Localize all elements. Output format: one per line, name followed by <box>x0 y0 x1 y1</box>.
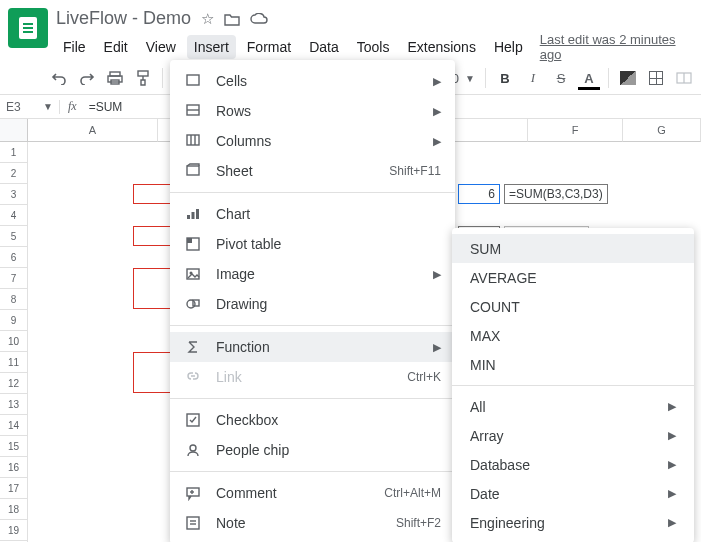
row-header[interactable]: 16 <box>0 457 28 478</box>
move-folder-icon[interactable] <box>224 12 240 26</box>
func-category-array[interactable]: Array▶ <box>452 421 694 450</box>
row-header[interactable]: 3 <box>0 184 28 205</box>
row-header[interactable]: 8 <box>0 289 28 310</box>
row-header[interactable]: 14 <box>0 415 28 436</box>
insert-rows[interactable]: Rows ▶ <box>170 96 455 126</box>
insert-chart[interactable]: Chart <box>170 199 455 229</box>
svg-rect-9 <box>187 135 199 145</box>
star-icon[interactable]: ☆ <box>201 10 214 28</box>
menu-file[interactable]: File <box>56 35 93 59</box>
insert-menu: Cells ▶ Rows ▶ Columns ▶ Sheet Shift+F11… <box>170 60 455 542</box>
svg-rect-13 <box>187 215 190 219</box>
insert-link: Link Ctrl+K <box>170 362 455 392</box>
row-header[interactable]: 10 <box>0 331 28 352</box>
insert-comment[interactable]: Comment Ctrl+Alt+M <box>170 478 455 508</box>
row-header[interactable]: 5 <box>0 226 28 247</box>
svg-rect-3 <box>138 71 148 76</box>
row-header[interactable]: 4 <box>0 205 28 226</box>
func-category-date[interactable]: Date▶ <box>452 479 694 508</box>
active-cell-e3[interactable]: 6 <box>458 184 500 204</box>
submenu-arrow-icon: ▶ <box>433 135 441 148</box>
chart-icon <box>184 206 202 222</box>
red-outline-4 <box>133 352 171 393</box>
insert-drawing[interactable]: Drawing <box>170 289 455 319</box>
menu-extensions[interactable]: Extensions <box>400 35 482 59</box>
sheets-app-icon[interactable] <box>8 8 48 48</box>
function-count[interactable]: COUNT <box>452 292 694 321</box>
menu-format[interactable]: Format <box>240 35 298 59</box>
row-header[interactable]: 13 <box>0 394 28 415</box>
rows-icon <box>184 103 202 119</box>
category-label: Database <box>470 457 530 473</box>
row-header[interactable]: 19 <box>0 520 28 541</box>
row-header[interactable]: 7 <box>0 268 28 289</box>
insert-columns[interactable]: Columns ▶ <box>170 126 455 156</box>
bold-button[interactable]: B <box>496 71 514 86</box>
select-all-corner[interactable] <box>0 119 28 142</box>
submenu-arrow-icon: ▶ <box>668 429 676 442</box>
row-header[interactable]: 6 <box>0 247 28 268</box>
borders-button[interactable] <box>647 71 665 85</box>
menu-edit[interactable]: Edit <box>97 35 135 59</box>
name-box[interactable]: E3 ▼ <box>0 100 60 114</box>
col-header-g[interactable]: G <box>623 119 701 142</box>
row-header[interactable]: 18 <box>0 499 28 520</box>
row-header[interactable]: 11 <box>0 352 28 373</box>
menu-data[interactable]: Data <box>302 35 346 59</box>
insert-function[interactable]: Function ▶ <box>170 332 455 362</box>
function-sum[interactable]: SUM <box>452 234 694 263</box>
menu-label: Rows <box>216 103 419 119</box>
function-max[interactable]: MAX <box>452 321 694 350</box>
paint-format-icon[interactable] <box>134 70 152 86</box>
insert-people-chip[interactable]: People chip <box>170 435 455 465</box>
cloud-status-icon[interactable] <box>250 13 268 25</box>
menu-help[interactable]: Help <box>487 35 530 59</box>
link-icon <box>184 369 202 385</box>
menu-label: Drawing <box>216 296 441 312</box>
func-category-database[interactable]: Database▶ <box>452 450 694 479</box>
fill-color-button[interactable] <box>619 71 637 85</box>
doc-title[interactable]: LiveFlow - Demo <box>56 8 191 29</box>
merge-button[interactable] <box>675 72 693 84</box>
row-header[interactable]: 9 <box>0 310 28 331</box>
submenu-arrow-icon: ▶ <box>433 75 441 88</box>
function-min[interactable]: MIN <box>452 350 694 379</box>
category-label: Engineering <box>470 515 545 531</box>
func-label: COUNT <box>470 299 520 315</box>
func-category-engineering[interactable]: Engineering▶ <box>452 508 694 537</box>
insert-image[interactable]: Image ▶ <box>170 259 455 289</box>
row-header[interactable]: 17 <box>0 478 28 499</box>
row-header[interactable]: 15 <box>0 436 28 457</box>
insert-checkbox[interactable]: Checkbox <box>170 405 455 435</box>
menu-label: People chip <box>216 442 441 458</box>
row-header[interactable]: 2 <box>0 163 28 184</box>
func-category-all[interactable]: All▶ <box>452 392 694 421</box>
strike-button[interactable]: S <box>552 71 570 86</box>
shortcut: Ctrl+K <box>407 370 441 384</box>
submenu-arrow-icon: ▶ <box>668 400 676 413</box>
col-header-f[interactable]: F <box>528 119 623 142</box>
italic-button[interactable]: I <box>524 70 542 86</box>
last-edit-link[interactable]: Last edit was 2 minutes ago <box>540 32 693 62</box>
row-header[interactable]: 1 <box>0 142 28 163</box>
shortcut: Shift+F11 <box>389 164 441 178</box>
print-icon[interactable] <box>106 71 124 85</box>
menu-view[interactable]: View <box>139 35 183 59</box>
col-header-a[interactable]: A <box>28 119 158 142</box>
insert-pivot-table[interactable]: Pivot table <box>170 229 455 259</box>
category-label: Date <box>470 486 500 502</box>
insert-cells[interactable]: Cells ▶ <box>170 66 455 96</box>
menu-tools[interactable]: Tools <box>350 35 397 59</box>
text-color-button[interactable]: A <box>580 71 598 86</box>
function-average[interactable]: AVERAGE <box>452 263 694 292</box>
insert-note[interactable]: Note Shift+F2 <box>170 508 455 538</box>
menu-label: Chart <box>216 206 441 222</box>
row-header[interactable]: 12 <box>0 373 28 394</box>
red-outline-3 <box>133 268 171 309</box>
menu-label: Comment <box>216 485 370 501</box>
insert-sheet[interactable]: Sheet Shift+F11 <box>170 156 455 186</box>
undo-icon[interactable] <box>50 71 68 85</box>
menu-insert[interactable]: Insert <box>187 35 236 59</box>
redo-icon[interactable] <box>78 71 96 85</box>
red-outline-1 <box>133 184 171 204</box>
